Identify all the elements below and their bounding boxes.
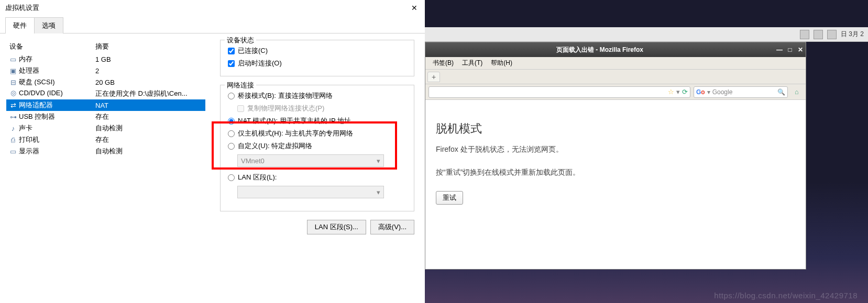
url-icons: ☆ ▾ ⟳ [668, 88, 688, 96]
connect-on-start-checkbox[interactable]: 启动时连接(O) [228, 57, 406, 70]
hardware-row[interactable]: ⊶USB 控制器存在 [6, 111, 205, 122]
menu-bookmarks[interactable]: 书签(B) [428, 58, 458, 69]
connect-on-label: 启动时连接(O) [238, 59, 282, 68]
firefox-tabstrip: + [425, 70, 806, 84]
lan-segment-radio[interactable]: LAN 区段(L): [228, 171, 406, 184]
hostonly-input[interactable] [228, 130, 235, 137]
hardware-row[interactable]: ♪声卡自动检测 [6, 122, 205, 134]
close-button[interactable]: ✕ [404, 0, 425, 16]
vmnet-dropdown: VMnet0 [237, 154, 384, 167]
settings-panel: 设备状态 已连接(C) 启动时连接(O) 网络连接 桥接模式(B): 直接连接物… [205, 40, 419, 303]
device-cell: ⊟硬盘 (SCSI) [6, 76, 92, 88]
title-bar: 虚拟机设置 ✕ [0, 0, 425, 16]
firefox-content: 脱机模式 Firefox 处于脱机状态，无法浏览网页。 按“重试”切换到在线模式… [425, 100, 806, 269]
bridged-radio[interactable]: 桥接模式(B): 直接连接物理网络 [228, 89, 406, 102]
menu-tools[interactable]: 工具(T) [458, 58, 487, 69]
hardware-row[interactable]: ⇄网络适配器NAT [6, 99, 205, 111]
summary-cell: 自动检测 [92, 145, 205, 157]
connected-input[interactable] [228, 48, 235, 54]
net-icon: ⇄ [9, 102, 17, 109]
device-cell: ▭内存 [6, 53, 92, 65]
linux-desktop: 日 3月 2 页面载入出错 - Mozilla Firefox — □ ✕ 书签… [425, 0, 868, 303]
lan-segments-button[interactable]: LAN 区段(S)... [307, 220, 366, 234]
hardware-list-panel: 设备 摘要 ▭内存1 GB▣处理器2⊟硬盘 (SCSI)20 GB◎CD/DVD… [6, 40, 205, 303]
lan-segment-dropdown [237, 186, 384, 198]
summary-cell: 存在 [92, 111, 205, 122]
device-label: 处理器 [19, 66, 39, 75]
search-box[interactable]: Go ▾ Google 🔍 [694, 86, 788, 98]
device-cell: ⇄网络适配器 [6, 99, 92, 111]
bridged-input[interactable] [228, 93, 235, 99]
summary-cell: 1 GB [92, 53, 205, 65]
custom-input[interactable] [228, 143, 235, 150]
firefox-toolbar: ☆ ▾ ⟳ Go ▾ Google 🔍 ⌂ [425, 84, 806, 100]
device-cell: ▣处理器 [6, 65, 92, 76]
cd-icon: ◎ [9, 89, 17, 97]
dialog-title: 虚拟机设置 [5, 3, 404, 13]
home-icon: ⌂ [795, 88, 799, 96]
menu-help[interactable]: 帮助(H) [487, 58, 517, 69]
hardware-row[interactable]: ⊟硬盘 (SCSI)20 GB [6, 76, 205, 88]
hardware-table: 设备 摘要 ▭内存1 GB▣处理器2⊟硬盘 (SCSI)20 GB◎CD/DVD… [6, 40, 205, 157]
connected-checkbox[interactable]: 已连接(C) [228, 44, 406, 57]
nat-radio[interactable]: NAT 模式(N): 用于共享主机的 IP 地址 [228, 115, 406, 127]
binoculars-icon[interactable]: 🔍 [777, 88, 785, 96]
device-label: 打印机 [19, 135, 39, 144]
summary-cell: NAT [92, 99, 205, 111]
watermark: https://blog.csdn.net/weixin_42429718 [714, 291, 858, 300]
advanced-button[interactable]: 高级(V)... [370, 220, 414, 234]
device-cell: ◎CD/DVD (IDE) [6, 88, 92, 98]
panel-clock: 日 3月 2 [841, 30, 864, 39]
reload-icon[interactable]: ⟳ [682, 88, 688, 96]
url-bar[interactable]: ☆ ▾ ⟳ [428, 86, 690, 98]
panel-display-icon[interactable] [827, 30, 837, 39]
device-cell: ⎙打印机 [6, 134, 92, 145]
cpu-icon: ▣ [9, 67, 17, 74]
retry-button[interactable]: 重试 [436, 191, 463, 205]
device-cell: ▭显示器 [6, 145, 92, 157]
device-label: 网络适配器 [19, 100, 53, 110]
table-header: 设备 摘要 [6, 40, 205, 53]
error-text-2: 按“重试”切换到在线模式并重新加载此页面。 [436, 168, 795, 177]
panel-volume-icon[interactable] [814, 30, 823, 39]
firefox-window: 页面载入出错 - Mozilla Firefox — □ ✕ 书签(B) 工具(… [425, 42, 806, 270]
maximize-button[interactable]: □ [785, 46, 795, 53]
top-panel: 日 3月 2 [425, 27, 868, 42]
device-label: CD/DVD (IDE) [19, 89, 63, 97]
connect-on-input[interactable] [228, 60, 235, 67]
hardware-row[interactable]: ⎙打印机存在 [6, 134, 205, 145]
tab-hardware[interactable]: 硬件 [5, 17, 35, 33]
hardware-row[interactable]: ◎CD/DVD (IDE)正在使用文件 D:\虚拟机\Cen... [6, 88, 205, 99]
tab-options[interactable]: 选项 [34, 17, 63, 33]
lan-segment-input[interactable] [228, 174, 235, 181]
summary-cell: 自动检测 [92, 122, 205, 134]
star-icon[interactable]: ☆ [668, 88, 674, 96]
device-status-group: 设备状态 已连接(C) 启动时连接(O) [220, 40, 414, 76]
col-summary: 摘要 [92, 40, 205, 53]
panel-net-icon[interactable] [800, 30, 809, 39]
replicate-input [237, 105, 244, 112]
hardware-row[interactable]: ▣处理器2 [6, 65, 205, 76]
minimize-button[interactable]: — [774, 46, 785, 53]
device-cell: ♪声卡 [6, 122, 92, 134]
printer-icon: ⎙ [9, 136, 17, 143]
error-heading: 脱机模式 [436, 121, 795, 137]
firefox-titlebar: 页面载入出错 - Mozilla Firefox — □ ✕ [425, 42, 806, 57]
close-button[interactable]: ✕ [795, 46, 806, 53]
firefox-menubar: 书签(B) 工具(T) 帮助(H) [425, 57, 806, 70]
custom-radio[interactable]: 自定义(U): 特定虚拟网络 [228, 140, 406, 152]
summary-cell: 2 [92, 65, 205, 76]
hostonly-radio[interactable]: 仅主机模式(H): 与主机共享的专用网络 [228, 127, 406, 140]
nat-input[interactable] [228, 118, 235, 125]
nat-label: NAT 模式(N): 用于共享主机的 IP 地址 [238, 116, 351, 126]
chevron-down-icon[interactable]: ▾ [676, 88, 680, 96]
home-button[interactable]: ⌂ [791, 86, 803, 98]
replicate-label: 复制物理网络连接状态(P) [247, 104, 324, 113]
new-tab-button[interactable]: + [427, 72, 440, 82]
dialog-content: 设备 摘要 ▭内存1 GB▣处理器2⊟硬盘 (SCSI)20 GB◎CD/DVD… [0, 33, 425, 303]
hardware-row[interactable]: ▭显示器自动检测 [6, 145, 205, 157]
chevron-down-icon[interactable]: ▾ [707, 88, 710, 96]
device-label: 硬盘 (SCSI) [19, 77, 55, 87]
lan-segment-label: LAN 区段(L): [238, 173, 277, 182]
hardware-row[interactable]: ▭内存1 GB [6, 53, 205, 65]
